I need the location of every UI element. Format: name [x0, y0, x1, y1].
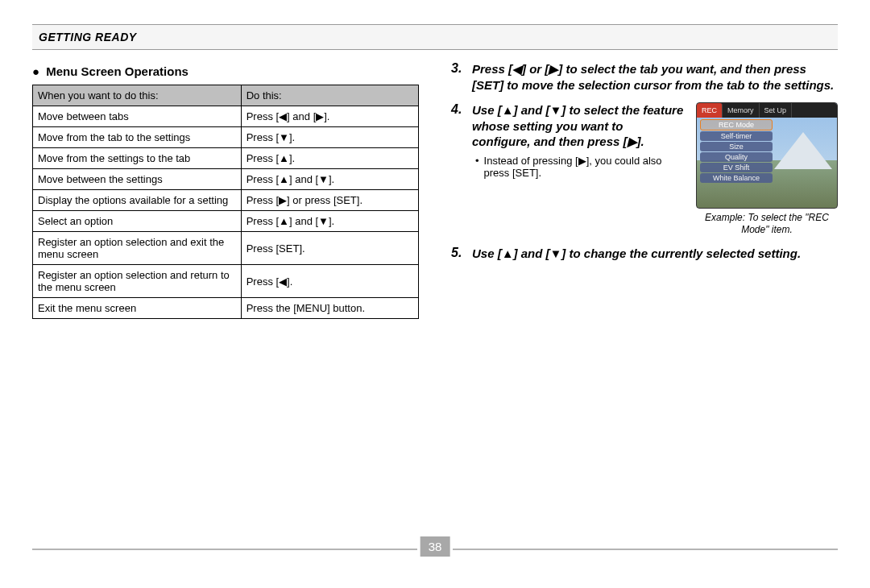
page-section-header: GETTING READY — [32, 24, 838, 50]
substep-list: • Instead of pressing [▶], you could als… — [472, 155, 685, 179]
example-caption: Example: To select the "REC Mode" item. — [696, 212, 838, 236]
camera-menu-list: REC Mode Self-timer Size Quality EV Shif… — [700, 119, 773, 184]
step-text: Use [▲] and [▼] to select the feature wh… — [472, 103, 683, 148]
camera-tab-memory: Memory — [723, 103, 760, 118]
bullet-icon: • — [475, 155, 479, 179]
table-header-do: Do this: — [241, 85, 418, 106]
step-text: Press [◀] or [▶] to select the tab you w… — [472, 62, 834, 92]
table-row: Register an option selection and return … — [33, 265, 419, 298]
camera-menu-item: White Balance — [700, 173, 773, 183]
substep-text: Instead of pressing [▶], you could also … — [484, 155, 685, 179]
landscape-icon — [774, 132, 832, 169]
manual-page: GETTING READY ● Menu Screen Operations W… — [0, 0, 870, 588]
instruction-step-5: 5. Use [▲] and [▼] to change the current… — [451, 246, 838, 262]
camera-tabs-row: REC Memory Set Up — [697, 103, 837, 118]
table-row: Display the options available for a sett… — [33, 190, 419, 211]
step-number: 4. — [451, 102, 469, 117]
example-figure: REC Memory Set Up REC Mode Self-timer Si… — [696, 102, 838, 236]
step-number: 3. — [451, 61, 469, 76]
table-row: Move from the settings to the tabPress [… — [33, 148, 419, 169]
bullet-icon: ● — [32, 64, 39, 78]
table-row: Register an option selection and exit th… — [33, 232, 419, 265]
camera-menu-item: Quality — [700, 152, 773, 162]
two-column-layout: ● Menu Screen Operations When you want t… — [32, 61, 838, 319]
footer-rule — [453, 549, 838, 550]
step-number: 5. — [451, 246, 469, 260]
section-title: GETTING READY — [39, 31, 137, 43]
camera-tab-setup: Set Up — [760, 103, 793, 118]
page-footer: 38 — [32, 536, 838, 561]
table-header-when: When you want to do this: — [33, 85, 242, 106]
right-column: 3. Press [◀] or [▶] to select the tab yo… — [451, 61, 838, 319]
camera-menu-item: REC Mode — [700, 119, 773, 130]
subsection-title: Menu Screen Operations — [46, 64, 188, 78]
camera-menu-item: Size — [700, 142, 773, 151]
footer-rule — [32, 549, 417, 550]
table-row: Exit the menu screenPress the [MENU] but… — [33, 298, 419, 319]
page-number: 38 — [420, 536, 450, 557]
table-row: Move between the settingsPress [▲] and [… — [33, 169, 419, 190]
camera-tab-rec: REC — [697, 103, 723, 118]
camera-menu-item: EV Shift — [700, 163, 773, 172]
menu-operations-table: When you want to do this: Do this: Move … — [32, 85, 419, 319]
table-row: Move between tabsPress [◀] and [▶]. — [33, 106, 419, 127]
subsection-heading: ● Menu Screen Operations — [32, 64, 419, 78]
table-row: Select an optionPress [▲] and [▼]. — [33, 211, 419, 232]
instruction-step-3: 3. Press [◀] or [▶] to select the tab yo… — [451, 61, 838, 93]
camera-menu-item: Self-timer — [700, 131, 773, 141]
table-row: Move from the tab to the settingsPress [… — [33, 127, 419, 148]
camera-menu-screenshot: REC Memory Set Up REC Mode Self-timer Si… — [696, 102, 838, 209]
left-column: ● Menu Screen Operations When you want t… — [32, 61, 419, 319]
step-text: Use [▲] and [▼] to change the currently … — [472, 246, 801, 260]
instruction-step-4: 4. Use [▲] and [▼] to select the feature… — [451, 102, 838, 236]
